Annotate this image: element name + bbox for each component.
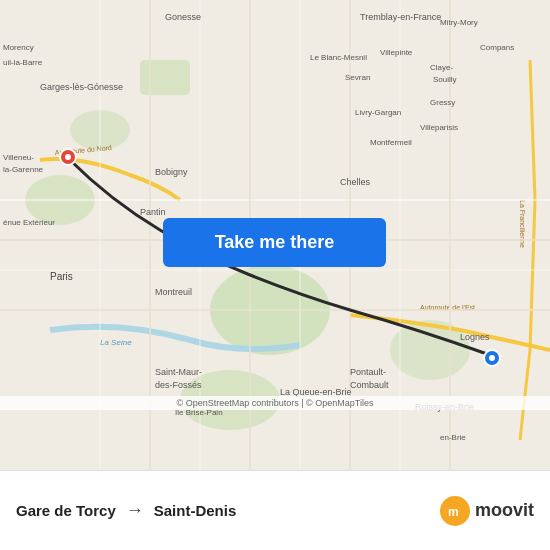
svg-text:Le Blanc-Mesnil: Le Blanc-Mesnil bbox=[310, 53, 367, 62]
svg-text:Pantin: Pantin bbox=[140, 207, 166, 217]
svg-text:Garges-lès-Gónesse: Garges-lès-Gónesse bbox=[40, 82, 123, 92]
svg-text:Montreuil: Montreuil bbox=[155, 287, 192, 297]
svg-text:Tremblay-en-France: Tremblay-en-France bbox=[360, 12, 441, 22]
svg-text:Combault: Combault bbox=[350, 380, 389, 390]
svg-text:m: m bbox=[448, 505, 459, 519]
svg-text:Lognes: Lognes bbox=[460, 332, 490, 342]
moovit-brand-text: moovit bbox=[475, 500, 534, 521]
svg-text:Chelles: Chelles bbox=[340, 177, 371, 187]
moovit-logo: m moovit bbox=[439, 495, 534, 527]
svg-text:La Francilienne: La Francilienne bbox=[519, 200, 526, 248]
svg-text:la-Garenne: la-Garenne bbox=[3, 165, 44, 174]
map-attribution: © OpenStreetMap contributors | © OpenMap… bbox=[0, 396, 550, 410]
map-container: La Seine Autoroute du Nord Autoroute de … bbox=[0, 0, 550, 470]
svg-rect-3 bbox=[140, 60, 190, 95]
svg-text:La Seine: La Seine bbox=[100, 338, 132, 347]
svg-text:Saint-Maur-: Saint-Maur- bbox=[155, 367, 202, 377]
svg-text:Montfermeil: Montfermeil bbox=[370, 138, 412, 147]
moovit-icon: m bbox=[439, 495, 471, 527]
svg-text:Livry-Gargan: Livry-Gargan bbox=[355, 108, 401, 117]
footer: Gare de Torcy → Saint-Denis m moovit bbox=[0, 470, 550, 550]
svg-text:Pontault-: Pontault- bbox=[350, 367, 386, 377]
take-me-there-button[interactable]: Take me there bbox=[163, 218, 386, 267]
svg-text:Souilly: Souilly bbox=[433, 75, 457, 84]
svg-text:Villepinte: Villepinte bbox=[380, 48, 413, 57]
svg-text:Villeparisis: Villeparisis bbox=[420, 123, 458, 132]
svg-text:Mitry-Mory: Mitry-Mory bbox=[440, 18, 478, 27]
svg-text:en-Brie: en-Brie bbox=[440, 433, 466, 442]
svg-text:Claye-: Claye- bbox=[430, 63, 453, 72]
origin-station: Gare de Torcy bbox=[16, 502, 116, 519]
destination-station: Saint-Denis bbox=[154, 502, 237, 519]
svg-text:Bobigny: Bobigny bbox=[155, 167, 188, 177]
svg-text:Gonesse: Gonesse bbox=[165, 12, 201, 22]
svg-text:Sevran: Sevran bbox=[345, 73, 370, 82]
svg-text:énue Extérieur: énue Extérieur bbox=[3, 218, 55, 227]
svg-text:Morency: Morency bbox=[3, 43, 34, 52]
svg-text:Gressy: Gressy bbox=[430, 98, 455, 107]
route-info: Gare de Torcy → Saint-Denis m moovit bbox=[16, 495, 534, 527]
svg-text:Paris: Paris bbox=[50, 271, 73, 282]
svg-point-62 bbox=[65, 154, 71, 160]
svg-text:des-Fossés: des-Fossés bbox=[155, 380, 202, 390]
svg-text:Villeneu-: Villeneu- bbox=[3, 153, 34, 162]
svg-text:uil-la-Barre: uil-la-Barre bbox=[3, 58, 43, 67]
arrow-icon: → bbox=[126, 500, 144, 521]
svg-point-60 bbox=[489, 355, 495, 361]
svg-text:Compans: Compans bbox=[480, 43, 514, 52]
